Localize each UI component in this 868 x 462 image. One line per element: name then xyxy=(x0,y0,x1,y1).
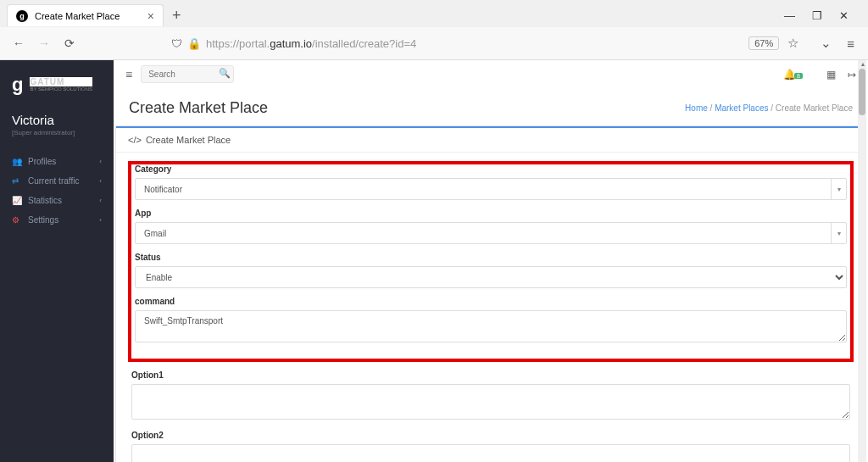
menu-icon[interactable]: ≡ xyxy=(843,36,858,51)
sidebar-toggle-icon[interactable]: ≡ xyxy=(125,68,132,81)
new-tab-button[interactable]: + xyxy=(172,7,181,25)
sidebar-item-statistics[interactable]: 📈 Statistics ‹ xyxy=(0,191,114,210)
chevron-left-icon: ‹ xyxy=(99,216,102,224)
sidebar-item-label: Current traffic xyxy=(28,176,79,186)
chevron-left-icon: ‹ xyxy=(99,177,102,185)
command-label: command xyxy=(135,297,847,306)
search-icon[interactable]: 🔍 xyxy=(219,68,231,79)
sidebar-item-label: Settings xyxy=(28,215,58,225)
traffic-icon: ⇄ xyxy=(12,176,22,186)
app-label: App xyxy=(135,209,847,218)
breadcrumb-market[interactable]: Market Places xyxy=(715,103,768,113)
chevron-left-icon: ‹ xyxy=(99,197,102,204)
breadcrumb-current: Create Market Place xyxy=(776,103,853,113)
app: g GATUM BY SEMPICO SOLUTIONS Victoria [S… xyxy=(0,60,868,462)
sidebar-item-label: Profiles xyxy=(28,157,56,166)
panel-title: Create Market Place xyxy=(146,135,231,145)
option1-label: Option1 xyxy=(131,370,850,380)
profiles-icon: 👥 xyxy=(12,157,22,166)
url-text: https://portal.gatum.io/installed/create… xyxy=(206,37,743,50)
brand: g GATUM BY SEMPICO SOLUTIONS xyxy=(0,70,114,104)
sidebar-username: Victoria xyxy=(0,104,114,129)
app-value: Gmail xyxy=(136,229,831,238)
browser-chrome: g Create Market Place × + — ❐ ✕ ← → ⟳ 🛡 … xyxy=(0,0,868,60)
sidebar-item-label: Statistics xyxy=(28,196,62,205)
settings-icon: ⚙ xyxy=(12,215,22,225)
option2-label: Option2 xyxy=(131,431,850,440)
tab-title: Create Market Place xyxy=(35,11,120,21)
close-tab-icon[interactable]: × xyxy=(147,9,154,23)
panel: </> Create Market Place Category Notific… xyxy=(115,125,866,462)
reload-button[interactable]: ⟳ xyxy=(61,36,78,50)
grid-icon[interactable]: ▦ xyxy=(826,69,836,81)
status-label: Status xyxy=(135,253,847,262)
option1-textarea[interactable] xyxy=(131,384,850,420)
stats-icon: 📈 xyxy=(12,196,22,205)
dropdown-arrow-icon: ▾ xyxy=(831,223,846,243)
command-textarea[interactable]: Swift_SmtpTransport xyxy=(135,310,847,342)
category-label: Category xyxy=(135,164,847,174)
chevron-left-icon: ‹ xyxy=(99,158,102,165)
code-icon: </> xyxy=(128,135,142,145)
status-select[interactable]: Enable xyxy=(135,266,847,288)
bookmark-icon[interactable]: ☆ xyxy=(784,36,802,51)
topbar: ≡ 🔍 🔔8 ▦ ↦ xyxy=(114,60,868,89)
category-value: Notificator xyxy=(136,185,831,194)
brand-sub: BY SEMPICO SOLUTIONS xyxy=(30,86,92,92)
sidebar-role: [Super administrator] xyxy=(0,129,114,152)
minimize-button[interactable]: — xyxy=(784,9,795,22)
forward-button[interactable]: → xyxy=(36,36,53,50)
url-bar[interactable]: 🛡 🔒 https://portal.gatum.io/installed/cr… xyxy=(171,36,802,51)
dropdown-arrow-icon: ▾ xyxy=(831,179,846,199)
scroll-up-icon[interactable]: ▴ xyxy=(861,60,865,68)
logout-icon[interactable]: ↦ xyxy=(848,69,856,81)
lock-icon[interactable]: 🔒 xyxy=(187,37,201,50)
option2-textarea[interactable] xyxy=(131,444,850,462)
back-button[interactable]: ← xyxy=(10,36,27,50)
panel-body: Category Notificator ▾ App Gmail ▾ xyxy=(116,153,865,462)
close-window-button[interactable]: ✕ xyxy=(839,9,849,22)
sidebar-item-profiles[interactable]: 👥 Profiles ‹ xyxy=(0,152,114,171)
brand-name: GATUM xyxy=(30,77,92,86)
window-controls: — ❐ ✕ xyxy=(784,9,861,22)
page-title: Create Market Place xyxy=(129,99,268,117)
shield-icon[interactable]: 🛡 xyxy=(171,37,182,50)
browser-tab[interactable]: g Create Market Place × xyxy=(7,4,164,26)
sidebar-item-traffic[interactable]: ⇄ Current traffic ‹ xyxy=(0,171,114,191)
sidebar-item-settings[interactable]: ⚙ Settings ‹ xyxy=(0,210,114,230)
page-header: Create Market Place Home / Market Places… xyxy=(114,89,868,125)
breadcrumb: Home / Market Places / Create Market Pla… xyxy=(685,103,853,113)
scrollbar-track[interactable]: ▴ xyxy=(858,60,866,462)
notification-icon[interactable]: 🔔8 xyxy=(783,69,803,81)
breadcrumb-home[interactable]: Home xyxy=(685,103,708,113)
favicon: g xyxy=(16,10,28,22)
app-select[interactable]: Gmail ▾ xyxy=(135,222,847,244)
logo-icon: g xyxy=(12,74,23,96)
nav-bar: ← → ⟳ 🛡 🔒 https://portal.gatum.io/instal… xyxy=(0,27,868,59)
sidebar: g GATUM BY SEMPICO SOLUTIONS Victoria [S… xyxy=(0,60,114,462)
tab-bar: g Create Market Place × + — ❐ ✕ xyxy=(0,0,868,27)
main-content: ≡ 🔍 🔔8 ▦ ↦ Create Market Place Home / Ma… xyxy=(114,60,868,462)
zoom-badge[interactable]: 67% xyxy=(748,36,779,50)
pocket-icon[interactable]: ⌄ xyxy=(817,36,835,51)
scrollbar-thumb[interactable] xyxy=(859,69,865,115)
maximize-button[interactable]: ❐ xyxy=(812,9,822,22)
highlighted-form-section: Category Notificator ▾ App Gmail ▾ xyxy=(128,161,854,362)
panel-header: </> Create Market Place xyxy=(116,126,865,153)
category-select[interactable]: Notificator ▾ xyxy=(135,178,847,200)
